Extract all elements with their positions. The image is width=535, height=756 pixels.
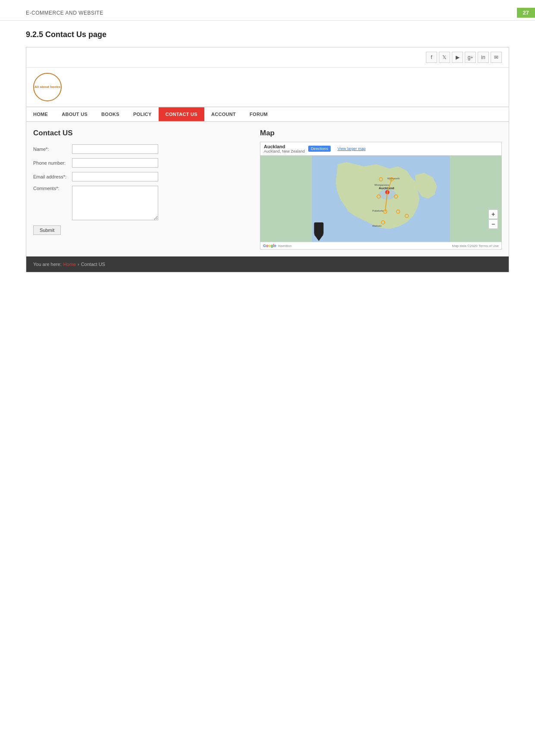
svg-text:Whangaparaoa: Whangaparaoa: [375, 184, 389, 186]
doc-header: E-COMMERCE AND WEBSITE 27: [0, 0, 535, 21]
youtube-icon[interactable]: ▶: [452, 52, 463, 63]
google-logo: Google: [263, 244, 276, 248]
main-content: Contact US Name*: Phone number: Email ad…: [26, 122, 509, 256]
map-title: Map: [260, 129, 502, 137]
name-input[interactable]: [72, 144, 158, 154]
linkedin-icon[interactable]: in: [478, 52, 489, 63]
map-city: Hamilton: [278, 244, 292, 248]
website-mockup: f 𝕏 ▶ g+ in ✉ All about books HOME ABOUT…: [26, 47, 509, 272]
site-logo[interactable]: All about books: [33, 73, 62, 101]
svg-text:Waikato: Waikato: [372, 225, 382, 227]
nav-forum[interactable]: FORUM: [243, 107, 275, 121]
comments-textarea[interactable]: [72, 186, 158, 220]
email-label: Email address*:: [33, 174, 72, 179]
nav-books[interactable]: BOOKS: [94, 107, 126, 121]
email-icon[interactable]: ✉: [491, 52, 502, 63]
svg-rect-20: [314, 222, 324, 234]
logo-area: All about books: [26, 68, 509, 106]
nav-contact-us[interactable]: CONTACT US: [159, 107, 204, 121]
comments-label: Comments*:: [33, 186, 72, 191]
name-label: Name*:: [33, 147, 72, 152]
map-info-bar: Auckland Auckland, New Zealand Direction…: [260, 142, 501, 156]
nav-home[interactable]: HOME: [26, 107, 55, 121]
map-location-sub: Auckland, New Zealand: [264, 149, 305, 153]
map-controls: + −: [488, 209, 498, 229]
map-location-info: Auckland Auckland, New Zealand: [264, 144, 305, 153]
contact-form-section: Contact US Name*: Phone number: Email ad…: [33, 129, 253, 250]
comments-field-row: Comments*:: [33, 186, 253, 220]
section-title: 9.2.5 Contact Us page: [0, 21, 535, 47]
nav-about-us[interactable]: ABOUT US: [55, 107, 94, 121]
map-location-name: Auckland: [264, 144, 305, 149]
map-footer: Google Hamilton Map data ©2020 Terms of …: [260, 242, 501, 249]
phone-label: Phone number:: [33, 160, 72, 166]
breadcrumb-label: You are here:: [33, 262, 62, 267]
map-directions-button[interactable]: Directions: [308, 146, 331, 152]
submit-button[interactable]: Submit: [33, 225, 61, 235]
topbar: f 𝕏 ▶ g+ in ✉: [26, 47, 509, 68]
doc-title: E-COMMERCE AND WEBSITE: [26, 10, 103, 16]
email-field-row: Email address*:: [33, 172, 253, 181]
nav-policy[interactable]: POLICY: [126, 107, 159, 121]
breadcrumb-home[interactable]: Home: [63, 262, 76, 267]
facebook-icon[interactable]: f: [426, 52, 437, 63]
map-copyright: Map data ©2020 Terms of Use: [452, 244, 499, 248]
breadcrumb-separator: ›: [78, 262, 79, 267]
nav-account[interactable]: ACCOUNT: [204, 107, 243, 121]
map-section: Map Auckland Auckland, New Zealand Direc…: [260, 129, 502, 250]
svg-text:Auckland: Auckland: [379, 186, 394, 190]
googleplus-icon[interactable]: g+: [465, 52, 476, 63]
map-view-larger-link[interactable]: View larger map: [338, 147, 366, 151]
svg-text:Pukekohe: Pukekohe: [372, 209, 384, 212]
breadcrumb-current: Contact US: [81, 262, 105, 267]
map-container: Auckland Auckland, New Zealand Direction…: [260, 142, 502, 250]
map-body[interactable]: Auckland Warkworth Whangaparaoa Pukekohe…: [260, 156, 501, 242]
twitter-icon[interactable]: 𝕏: [439, 52, 450, 63]
mockup-footer: You are here: Home › Contact US: [26, 256, 509, 272]
name-field-row: Name*:: [33, 144, 253, 154]
map-svg: Auckland Warkworth Whangaparaoa Pukekohe…: [260, 156, 501, 242]
contact-form-title: Contact US: [33, 129, 253, 137]
page-number: 27: [517, 8, 535, 18]
navbar: HOME ABOUT US BOOKS POLICY CONTACT US AC…: [26, 106, 509, 122]
phone-field-row: Phone number:: [33, 158, 253, 168]
phone-input[interactable]: [72, 158, 158, 168]
map-zoom-in-button[interactable]: +: [488, 209, 498, 219]
map-zoom-out-button[interactable]: −: [488, 219, 498, 229]
email-input[interactable]: [72, 172, 158, 181]
social-icons-group: f 𝕏 ▶ g+ in ✉: [426, 52, 502, 63]
